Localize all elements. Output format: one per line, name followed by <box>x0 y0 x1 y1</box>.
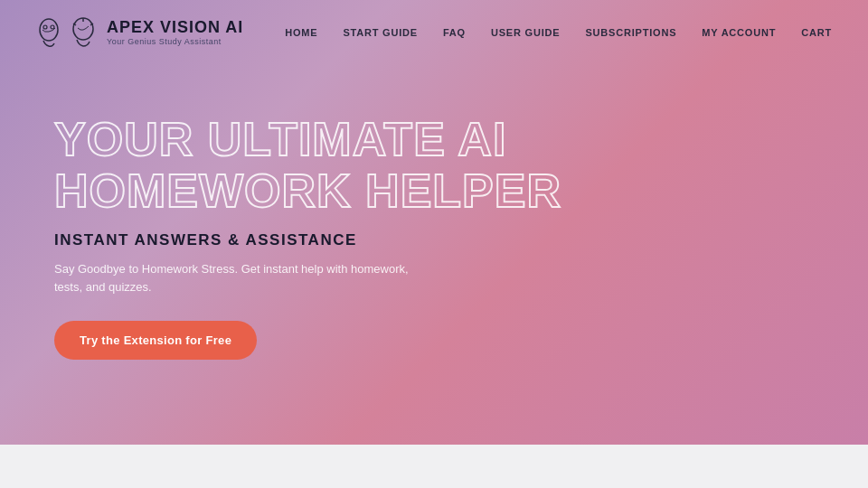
hero-section: APEX VISION AI Your Genius Study Assista… <box>0 0 868 445</box>
brand-icon-left <box>36 16 65 49</box>
nav-links: HOME START GUIDE FAQ USER GUIDE SUBSCRIP… <box>285 27 832 38</box>
hero-description: Say Goodbye to Homework Stress. Get inst… <box>54 260 434 296</box>
nav-link-home[interactable]: HOME <box>285 27 317 38</box>
footer-bar <box>0 445 868 488</box>
brand-icon-right <box>69 16 98 49</box>
brand: APEX VISION AI Your Genius Study Assista… <box>36 16 243 49</box>
svg-point-2 <box>51 25 54 29</box>
hero-title-line1: YOUR ULTIMATE AI <box>54 114 814 165</box>
navbar: APEX VISION AI Your Genius Study Assista… <box>0 0 868 65</box>
nav-link-cart[interactable]: CART <box>801 27 832 38</box>
nav-link-user-guide[interactable]: USER GUIDE <box>491 27 560 38</box>
nav-link-subscriptions[interactable]: SUBSCRIPTIONS <box>585 27 676 38</box>
cta-button[interactable]: Try the Extension for Free <box>54 321 257 360</box>
brand-name: APEX VISION AI <box>107 19 243 37</box>
nav-link-my-account[interactable]: MY ACCOUNT <box>702 27 776 38</box>
brand-icons <box>36 16 98 49</box>
hero-content: YOUR ULTIMATE AI HOMEWORK HELPER INSTANT… <box>0 65 868 445</box>
nav-link-start-guide[interactable]: START GUIDE <box>343 27 418 38</box>
hero-subtitle: INSTANT ANSWERS & ASSISTANCE <box>54 231 814 249</box>
page-wrapper: APEX VISION AI Your Genius Study Assista… <box>0 0 868 488</box>
hero-title-line2: HOMEWORK HELPER <box>54 165 814 217</box>
brand-text: APEX VISION AI Your Genius Study Assista… <box>107 19 243 46</box>
nav-link-faq[interactable]: FAQ <box>443 27 466 38</box>
hero-title: YOUR ULTIMATE AI HOMEWORK HELPER <box>54 114 814 217</box>
brand-tagline: Your Genius Study Assistant <box>107 37 243 46</box>
svg-point-1 <box>43 25 47 29</box>
